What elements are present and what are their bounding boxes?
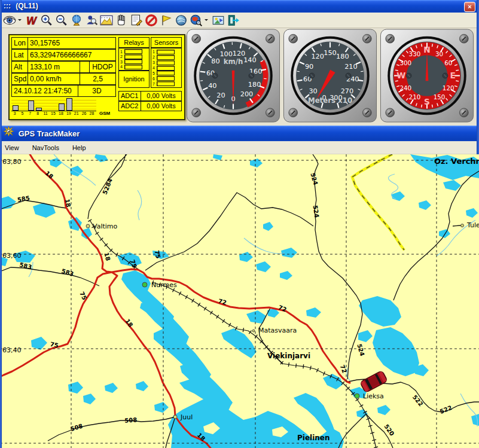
- alt-label: Alt: [11, 61, 28, 73]
- svg-text:80: 80: [211, 57, 219, 65]
- channel-row: 7: [152, 81, 180, 86]
- map-label: Oz. Verchne: [434, 157, 479, 166]
- channel-number: 4: [120, 65, 124, 69]
- gsm-bar-label: 15: [50, 111, 57, 115]
- svg-text:210: 210: [344, 63, 358, 71]
- waypoint-flag-icon[interactable]: [160, 14, 173, 27]
- globe-icon[interactable]: [70, 14, 83, 27]
- svg-text:270: 270: [341, 87, 354, 95]
- view-eye-icon[interactable]: [3, 14, 16, 27]
- channel-row: 2: [120, 54, 148, 59]
- svg-text:180: 180: [248, 81, 261, 89]
- app-window: ::: (QL11) × W: [0, 0, 479, 448]
- svg-text:150: 150: [434, 93, 446, 100]
- town-dot: [173, 415, 177, 419]
- channel-row: 4: [152, 66, 180, 71]
- gsm-bar-label: 19: [65, 111, 72, 115]
- gsm-signal-chart: [11, 97, 96, 111]
- zoom-out-icon[interactable]: [55, 14, 68, 27]
- adc1-value: 0,00 Volts: [141, 91, 182, 101]
- svg-text:40: 40: [208, 82, 216, 90]
- svg-text:120: 120: [311, 53, 324, 60]
- menu-navtools[interactable]: NavTools: [32, 144, 59, 151]
- channel-number: 1: [120, 50, 124, 54]
- svg-text:140: 140: [243, 56, 257, 64]
- menu-help[interactable]: Help: [72, 144, 86, 151]
- gsm-bar-label: 26: [80, 111, 88, 115]
- svg-text:180: 180: [336, 53, 349, 60]
- fix-mode: 3D: [78, 85, 116, 97]
- device-window-icon: :::: [4, 2, 11, 10]
- gsm-bar-label: 3: [11, 111, 19, 115]
- map-label: 63,60: [2, 252, 22, 260]
- gsm-bar: [13, 105, 19, 111]
- menu-view[interactable]: View: [5, 144, 19, 151]
- town-dot: [461, 224, 464, 227]
- channel-number: 3: [120, 60, 124, 64]
- gsm-bar-label: 21: [72, 111, 80, 115]
- find-user-icon[interactable]: [85, 14, 98, 27]
- pan-hand-icon[interactable]: [115, 14, 128, 27]
- gsm-bar: [59, 103, 65, 111]
- svg-text:30: 30: [309, 87, 317, 95]
- main-toolbar: W: [0, 13, 479, 28]
- compass-gauge: N3060E120150S210240W300330: [379, 29, 475, 123]
- menu-bar: ViewNavToolsHelp: [0, 141, 479, 154]
- gsm-bar-label: 5: [19, 111, 26, 115]
- zoom-in-icon[interactable]: [40, 14, 53, 27]
- channel-row: 5: [152, 71, 180, 75]
- channel-indicator: [157, 55, 175, 60]
- svg-text:E: E: [450, 71, 455, 80]
- channel-row: 3: [152, 60, 180, 65]
- map-label: Lieksa: [363, 392, 384, 400]
- gsm-bar-label: 11: [42, 111, 50, 115]
- map-search-dropdown-icon[interactable]: [205, 19, 208, 23]
- channel-indicator: [124, 65, 142, 69]
- close-button[interactable]: ×: [464, 2, 475, 12]
- map-window-titlebar[interactable]: GPS TrackMaker: [0, 126, 479, 141]
- svg-text:60: 60: [444, 59, 452, 66]
- channel-row: 2: [152, 55, 180, 60]
- adc2-value: 0,00 Volts: [141, 101, 182, 111]
- gsm-bar-label: 8: [34, 111, 42, 115]
- spd-label: Spd: [11, 73, 28, 85]
- image-view-icon[interactable]: [212, 14, 225, 27]
- earth-icon[interactable]: [175, 14, 188, 27]
- profile-chart-icon[interactable]: [100, 14, 113, 27]
- map-canvas[interactable]: 63,8063,6063,401818181818585528458358375…: [0, 154, 479, 448]
- map-label: Juul: [180, 413, 193, 421]
- channel-number: 5: [152, 71, 157, 75]
- map-search-icon[interactable]: [190, 14, 203, 27]
- svg-text:300: 300: [399, 59, 411, 66]
- device-window-titlebar[interactable]: ::: (QL11) ×: [0, 0, 479, 13]
- sensors-box: 1234567: [151, 48, 182, 88]
- svg-text:W: W: [396, 71, 405, 80]
- telemetry-panel: Lon 30,15765 Lat 63,3294766666667 Alt 13…: [8, 34, 185, 120]
- channel-indicator: [157, 60, 175, 65]
- channel-indicator: [157, 76, 175, 81]
- svg-text:120: 120: [443, 84, 454, 92]
- 3d-view-icon[interactable]: W: [25, 14, 38, 27]
- exit-door-icon[interactable]: [227, 14, 240, 27]
- map-viewport[interactable]: 63,8063,6063,401818181818585528458358375…: [0, 154, 479, 448]
- view-dropdown-icon[interactable]: [18, 19, 22, 23]
- sun-logo-icon: [4, 126, 14, 142]
- dashboard: Lon 30,15765 Lat 63,3294766666667 Alt 13…: [0, 28, 479, 126]
- svg-text:30: 30: [435, 50, 443, 57]
- lon-value: 30,15765: [28, 37, 116, 49]
- adc2-label: ADC2: [118, 101, 141, 111]
- properties-icon[interactable]: [130, 14, 143, 27]
- window-border-left: [0, 0, 2, 448]
- channel-row: 1: [120, 49, 148, 54]
- gsm-caption: GSM: [99, 111, 110, 116]
- no-entry-icon[interactable]: [145, 14, 158, 27]
- datetime-value: 24.10.12 21:47:50: [11, 85, 78, 97]
- speedometer-gauge: 020406080100120140160180200km/h: [185, 29, 281, 123]
- map-label: 63,40: [2, 346, 22, 354]
- map-label: Tule: [466, 221, 479, 229]
- map-label: Matasvaara: [258, 327, 297, 334]
- svg-text:20: 20: [216, 92, 225, 99]
- spd-value: 0,00 km/h: [28, 73, 80, 85]
- window-border-right: [477, 0, 479, 154]
- gsm-gridline: [11, 109, 96, 109]
